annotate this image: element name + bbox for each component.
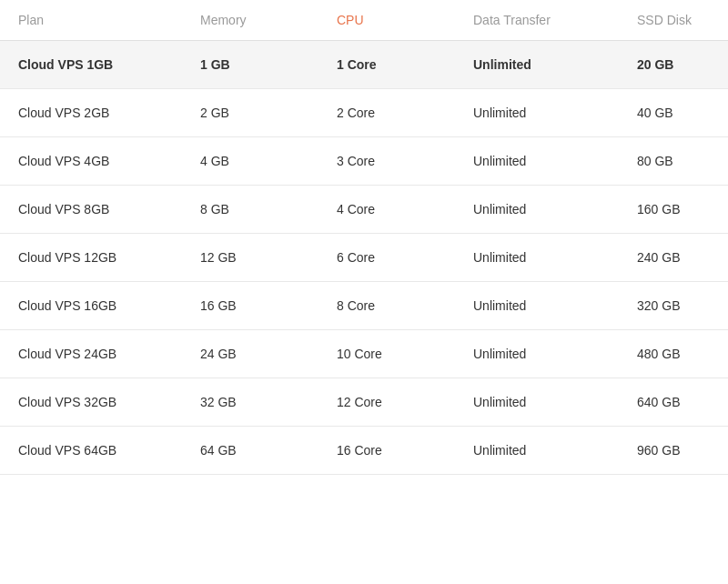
cell-memory: 1 GB xyxy=(182,41,318,89)
table-row: Cloud VPS 4GB4 GB3 CoreUnlimited80 GB xyxy=(0,137,728,186)
table-row: Cloud VPS 2GB2 GB2 CoreUnlimited40 GB xyxy=(0,89,728,137)
cell-transfer: Unlimited xyxy=(455,41,619,89)
table-row: Cloud VPS 24GB24 GB10 CoreUnlimited480 G… xyxy=(0,330,728,378)
cell-cpu: 6 Core xyxy=(318,234,455,282)
cell-disk: 40 GB xyxy=(619,89,728,137)
cell-disk: 640 GB xyxy=(619,378,728,427)
table-row: Cloud VPS 1GB1 GB1 CoreUnlimited20 GB xyxy=(0,41,728,89)
cell-plan: Cloud VPS 1GB xyxy=(0,41,182,89)
pricing-table-container: Plan Memory CPU Data Transfer SSD Disk C… xyxy=(0,0,728,475)
pricing-table: Plan Memory CPU Data Transfer SSD Disk C… xyxy=(0,0,728,475)
cell-transfer: Unlimited xyxy=(455,282,619,330)
header-plan: Plan xyxy=(0,0,182,41)
cell-disk: 240 GB xyxy=(619,234,728,282)
cell-disk: 80 GB xyxy=(619,137,728,186)
table-header-row: Plan Memory CPU Data Transfer SSD Disk xyxy=(0,0,728,41)
cell-transfer: Unlimited xyxy=(455,186,619,234)
header-transfer: Data Transfer xyxy=(455,0,619,41)
header-disk: SSD Disk xyxy=(619,0,728,41)
header-memory: Memory xyxy=(182,0,318,41)
cell-memory: 4 GB xyxy=(182,137,318,186)
table-row: Cloud VPS 32GB32 GB12 CoreUnlimited640 G… xyxy=(0,378,728,427)
cell-transfer: Unlimited xyxy=(455,137,619,186)
cell-memory: 8 GB xyxy=(182,186,318,234)
cell-transfer: Unlimited xyxy=(455,89,619,137)
cell-plan: Cloud VPS 2GB xyxy=(0,89,182,137)
table-row: Cloud VPS 64GB64 GB16 CoreUnlimited960 G… xyxy=(0,427,728,475)
cell-memory: 32 GB xyxy=(182,378,318,427)
cell-disk: 480 GB xyxy=(619,330,728,378)
cell-disk: 320 GB xyxy=(619,282,728,330)
cell-cpu: 8 Core xyxy=(318,282,455,330)
cell-transfer: Unlimited xyxy=(455,427,619,475)
table-row: Cloud VPS 8GB8 GB4 CoreUnlimited160 GB xyxy=(0,186,728,234)
cell-memory: 12 GB xyxy=(182,234,318,282)
cell-plan: Cloud VPS 24GB xyxy=(0,330,182,378)
cell-plan: Cloud VPS 16GB xyxy=(0,282,182,330)
cell-plan: Cloud VPS 32GB xyxy=(0,378,182,427)
cell-cpu: 4 Core xyxy=(318,186,455,234)
cell-plan: Cloud VPS 12GB xyxy=(0,234,182,282)
cell-disk: 20 GB xyxy=(619,41,728,89)
cell-transfer: Unlimited xyxy=(455,330,619,378)
cell-cpu: 16 Core xyxy=(318,427,455,475)
cell-plan: Cloud VPS 4GB xyxy=(0,137,182,186)
cell-cpu: 10 Core xyxy=(318,330,455,378)
cell-plan: Cloud VPS 8GB xyxy=(0,186,182,234)
table-row: Cloud VPS 16GB16 GB8 CoreUnlimited320 GB xyxy=(0,282,728,330)
cell-transfer: Unlimited xyxy=(455,378,619,427)
cell-memory: 16 GB xyxy=(182,282,318,330)
cell-disk: 160 GB xyxy=(619,186,728,234)
cell-transfer: Unlimited xyxy=(455,234,619,282)
header-cpu: CPU xyxy=(318,0,455,41)
cell-cpu: 12 Core xyxy=(318,378,455,427)
cell-memory: 24 GB xyxy=(182,330,318,378)
cell-memory: 2 GB xyxy=(182,89,318,137)
cell-disk: 960 GB xyxy=(619,427,728,475)
cell-cpu: 3 Core xyxy=(318,137,455,186)
cell-plan: Cloud VPS 64GB xyxy=(0,427,182,475)
cell-cpu: 1 Core xyxy=(318,41,455,89)
cell-memory: 64 GB xyxy=(182,427,318,475)
cell-cpu: 2 Core xyxy=(318,89,455,137)
table-row: Cloud VPS 12GB12 GB6 CoreUnlimited240 GB xyxy=(0,234,728,282)
